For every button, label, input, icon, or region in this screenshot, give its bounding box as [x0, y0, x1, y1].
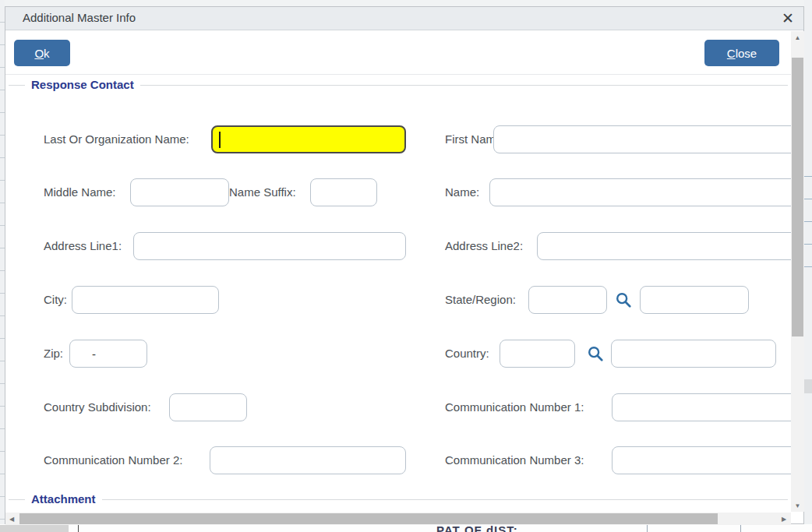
middle-name-input[interactable] — [130, 178, 229, 206]
scroll-right-icon[interactable]: ▶ — [778, 513, 790, 525]
city-label: City: — [44, 293, 67, 307]
country-subdivision-input[interactable] — [169, 393, 247, 421]
background-right-sliver — [804, 0, 812, 532]
zip-label: Zip: — [44, 347, 63, 361]
ok-button[interactable]: Ok — [14, 40, 70, 66]
country-label: Country: — [445, 347, 489, 361]
background-table-lines — [804, 154, 812, 279]
state-region-name-input[interactable] — [640, 286, 749, 314]
communication-number-1-input[interactable] — [612, 393, 791, 421]
state-region-code-input[interactable] — [528, 286, 607, 314]
close-button-label: Close — [727, 47, 757, 60]
background-gray-block — [804, 379, 812, 393]
communication-number-2-label: Communication Number 2: — [44, 453, 182, 467]
address-line2-label: Address Line2: — [445, 239, 523, 253]
toolbar-separator — [5, 74, 791, 75]
background-divider-line — [78, 524, 79, 532]
scroll-up-icon[interactable]: ▲ — [791, 31, 804, 44]
close-button[interactable]: Close — [704, 40, 779, 66]
address-line2-input[interactable] — [537, 232, 791, 260]
dialog-content: Ok Close Response Contact Last Or Organi… — [5, 30, 791, 513]
background-bottom-strip: PAT OF dIST: — [0, 524, 812, 532]
zip-input[interactable] — [69, 340, 147, 368]
dialog-titlebar: Additional Master Info ✕ — [5, 7, 803, 30]
background-clipped-text: PAT OF dIST: — [436, 524, 604, 532]
last-or-organization-name-label: Last Or Organization Name: — [44, 132, 189, 146]
communication-number-2-input[interactable] — [210, 446, 406, 474]
text-cursor — [219, 132, 221, 148]
first-name-input[interactable] — [493, 125, 791, 153]
background-divider-line — [740, 524, 741, 532]
section-title-response-contact: Response Contact — [25, 78, 140, 91]
background-gray-segment — [0, 525, 69, 532]
name-label: Name: — [445, 185, 479, 199]
horizontal-scrollbar-thumb[interactable] — [19, 513, 718, 524]
state-region-lookup-icon[interactable] — [615, 291, 632, 312]
city-input[interactable] — [72, 286, 219, 314]
communication-number-3-label: Communication Number 3: — [445, 453, 584, 467]
address-line1-input[interactable] — [133, 232, 406, 260]
scroll-left-icon[interactable]: ◀ — [5, 513, 18, 525]
last-or-organization-name-input[interactable] — [211, 125, 406, 153]
country-code-input[interactable] — [500, 340, 575, 368]
name-suffix-input[interactable] — [310, 178, 377, 206]
vertical-scrollbar[interactable]: ▲ ▼ — [791, 31, 804, 512]
attachment-rule — [9, 499, 788, 500]
screen: PAT OF dIST: Additional Master Info ✕ Ok… — [0, 0, 812, 532]
middle-name-label: Middle Name: — [44, 185, 116, 199]
name-suffix-label: Name Suffix: — [229, 185, 296, 199]
dialog-title: Additional Master Info — [23, 11, 136, 24]
communication-number-1-label: Communication Number 1: — [445, 400, 584, 414]
close-icon[interactable]: ✕ — [782, 9, 794, 29]
state-region-label: State/Region: — [445, 293, 516, 307]
country-subdivision-label: Country Subdivision: — [44, 400, 151, 414]
horizontal-scrollbar[interactable]: ◀ ▶ — [5, 513, 791, 525]
country-lookup-icon[interactable] — [587, 345, 604, 365]
ok-button-label: Ok — [34, 47, 49, 60]
background-divider-line — [647, 524, 648, 532]
name-input[interactable] — [489, 178, 791, 206]
vertical-scrollbar-thumb[interactable] — [792, 58, 803, 336]
additional-master-info-dialog: Additional Master Info ✕ Ok Close Respon… — [5, 6, 804, 524]
communication-number-3-input[interactable] — [612, 446, 791, 474]
section-title-attachment: Attachment — [25, 492, 102, 506]
country-name-input[interactable] — [611, 340, 776, 368]
scroll-down-icon[interactable]: ▼ — [791, 499, 804, 512]
address-line1-label: Address Line1: — [44, 239, 122, 253]
